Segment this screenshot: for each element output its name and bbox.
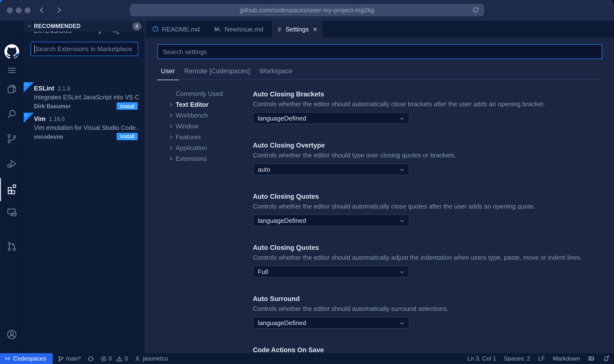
setting-title: Auto Closing Overtype <box>253 142 602 150</box>
error-count: 0 <box>108 355 112 362</box>
install-button[interactable]: Install <box>117 102 138 110</box>
remote-icon <box>4 356 10 362</box>
screen: github.com/codespaces/user-my-project-mg… <box>0 0 614 364</box>
pull-requests-icon[interactable] <box>0 241 24 252</box>
setting-value-dropdown[interactable]: languageDefined <box>253 317 409 329</box>
selected-value: languageDefined <box>258 319 306 326</box>
warning-icon <box>116 355 123 362</box>
star-icon: ☆ <box>24 82 28 87</box>
browser-window: github.com/codespaces/user-my-project-mg… <box>0 0 614 364</box>
extensions-sidebar: EXTENSIONS INSTALLED 16 RECOMMENDED <box>24 21 146 353</box>
address-bar[interactable]: github.com/codespaces/user-my-project-mg… <box>130 4 484 16</box>
window-minimize-button[interactable] <box>16 7 22 13</box>
extension-publisher: Dirk Baeumer <box>34 103 71 109</box>
browser-toolbar: github.com/codespaces/user-my-project-mg… <box>0 0 614 21</box>
bell-icon[interactable] <box>603 355 610 362</box>
extension-version: 1.16.0 <box>49 116 65 122</box>
extension-name: ESLint <box>34 85 54 92</box>
section-count-badge: 4 <box>132 22 141 30</box>
section-label: RECOMMENDED <box>34 23 81 29</box>
selected-value: languageDefined <box>258 217 306 224</box>
setting-row: Auto Closing Brackets Controls whether t… <box>253 91 602 124</box>
chevron-down-icon <box>399 167 405 173</box>
user-status[interactable]: jasonetco <box>134 355 168 362</box>
setting-title: Auto Closing Quotes <box>253 193 602 201</box>
chevron-down-icon <box>399 269 405 275</box>
sync-icon <box>87 355 94 362</box>
extensions-search-input[interactable] <box>31 42 138 56</box>
window-close-button[interactable] <box>7 7 13 13</box>
setting-row: Auto Surround Controls whether the edito… <box>253 295 602 329</box>
install-button[interactable]: Install <box>117 133 138 140</box>
selected-value: languageDefined <box>258 114 306 122</box>
setting-description: Controls whether the editor should autom… <box>253 203 602 211</box>
error-icon <box>100 355 107 362</box>
source-control-icon[interactable] <box>0 133 24 145</box>
setting-description: Controls whether the editor should autom… <box>253 100 602 108</box>
extension-description: Vim emulation for Visual Studio Code... <box>34 124 140 131</box>
branch-status[interactable]: main* <box>58 355 81 362</box>
extensions-section-header[interactable]: RECOMMENDED 4 <box>24 21 145 31</box>
github-codespaces-logo[interactable] <box>0 44 24 59</box>
git-branch-icon <box>58 355 64 362</box>
setting-value-dropdown[interactable]: Full <box>253 266 409 277</box>
run-debug-icon[interactable] <box>0 158 24 170</box>
star-icon: ☆ <box>24 112 28 117</box>
setting-row: Auto Closing Quotes Controls whether the… <box>253 244 602 277</box>
setting-row: Code Actions On Save <box>253 346 602 353</box>
selected-value: auto <box>258 166 270 173</box>
extension-version: 2.1.8 <box>58 86 70 91</box>
forward-arrow-icon[interactable] <box>55 6 62 16</box>
chevron-down-icon <box>399 218 405 224</box>
explorer-icon[interactable] <box>0 83 24 95</box>
chevron-down-icon <box>399 116 405 121</box>
setting-title: Auto Closing Brackets <box>253 91 602 98</box>
account-icon[interactable] <box>0 329 24 340</box>
warning-count: 0 <box>125 355 128 362</box>
feedback-icon[interactable] <box>588 355 595 362</box>
remote-label: Codespaces <box>13 355 46 362</box>
codespaces-remote-button[interactable]: Codespaces <box>0 353 53 364</box>
remote-explorer-icon[interactable] <box>0 206 24 218</box>
search-icon[interactable] <box>0 108 24 120</box>
setting-description: Controls whether the editor should autom… <box>253 305 602 313</box>
language-mode[interactable]: Markdown <box>553 355 580 362</box>
user-name: jasonetco <box>143 355 168 362</box>
setting-title: Code Actions On Save <box>253 346 602 353</box>
cursor-position[interactable]: Ln 3, Col 1 <box>467 355 496 362</box>
reload-icon[interactable] <box>472 6 479 15</box>
setting-description: Controls whether the editor should type … <box>253 152 602 159</box>
extensions-search-box[interactable] <box>31 42 138 56</box>
back-arrow-icon[interactable] <box>38 6 46 16</box>
extensions-icon[interactable] <box>0 182 24 194</box>
extension-list-item[interactable]: ☆ ESLint 2.1.8 Integrates ESLint JavaScr… <box>24 82 145 112</box>
window-zoom-button[interactable] <box>25 7 31 13</box>
extension-name: Vim <box>34 115 46 122</box>
chevron-right-icon <box>27 24 32 29</box>
extension-description: Integrates ESLint JavaScript into VS C..… <box>34 94 140 101</box>
setting-row: Auto Closing Overtype Controls whether t… <box>253 142 602 175</box>
eol-sequence[interactable]: LF <box>538 355 545 362</box>
branch-name: main* <box>66 355 81 362</box>
setting-row: Auto Closing Quotes Controls whether the… <box>253 193 602 226</box>
person-icon <box>134 355 141 362</box>
setting-value-dropdown[interactable]: auto <box>253 163 409 175</box>
indentation[interactable]: Spaces: 2 <box>504 355 530 362</box>
menu-icon[interactable] <box>0 64 24 76</box>
extension-list-item[interactable]: ☆ Vim 1.16.0 Vim emulation for Visual St… <box>24 112 145 143</box>
sync-status[interactable] <box>87 355 94 362</box>
problems-status[interactable]: 0 0 <box>100 355 128 362</box>
chevron-down-icon <box>399 320 405 326</box>
activity-bar <box>0 21 24 353</box>
setting-value-dropdown[interactable]: languageDefined <box>253 112 409 124</box>
text-cursor <box>34 45 35 53</box>
setting-title: Auto Surround <box>253 295 602 303</box>
status-bar: Codespaces main* <box>0 353 614 364</box>
url-text: github.com/codespaces/user-my-project-mg… <box>240 6 374 14</box>
selected-value: Full <box>258 268 268 275</box>
setting-value-dropdown[interactable]: languageDefined <box>253 214 409 226</box>
setting-description: Controls whether the editor should autom… <box>253 254 602 262</box>
active-view-indicator <box>0 178 1 201</box>
settings-list: Auto Closing Brackets Controls whether t… <box>146 21 614 353</box>
setting-title: Auto Closing Quotes <box>253 244 602 252</box>
